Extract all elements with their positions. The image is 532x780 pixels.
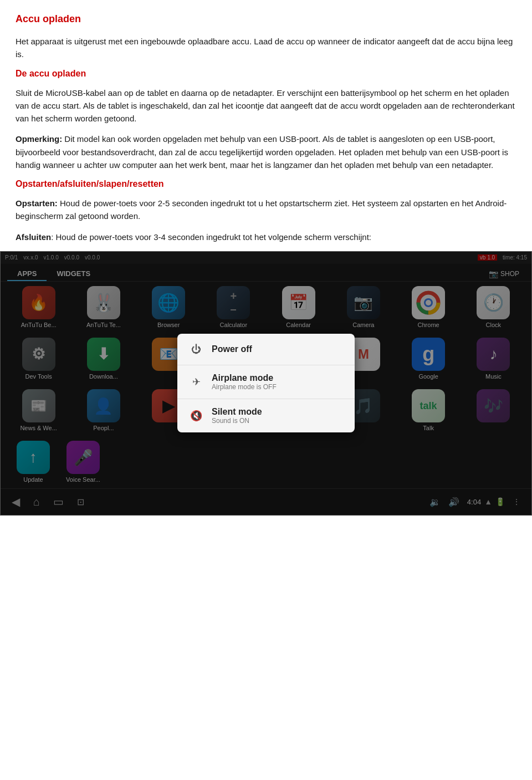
- para2: Sluit de MicroUSB-kabel aan op de tablet…: [16, 86, 516, 125]
- para4-rest: Houd de power-toets voor 2-5 seconden in…: [16, 198, 507, 221]
- page-content: Accu opladen Het apparaat is uitgerust m…: [0, 0, 532, 243]
- para3: Opmerking: Dit model kan ook worden opge…: [16, 132, 516, 171]
- power-popup-overlay: ⏻ Power off ✈ Airplane mode Airplane mod…: [1, 252, 531, 515]
- para3-bold: Opmerking:: [16, 134, 62, 144]
- popup-airplane-title: Airplane mode: [212, 373, 277, 383]
- popup-silent-sub: Sound is ON: [212, 417, 262, 425]
- para4: Opstarten: Houd de power-toets voor 2-5 …: [16, 197, 516, 223]
- para4-bold: Opstarten:: [16, 198, 58, 208]
- power-popup: ⏻ Power off ✈ Airplane mode Airplane mod…: [177, 334, 355, 432]
- popup-airplane-text: Airplane mode Airplane mode is OFF: [212, 373, 277, 391]
- popup-silent-text: Silent mode Sound is ON: [212, 407, 262, 425]
- popup-airplane[interactable]: ✈ Airplane mode Airplane mode is OFF: [177, 365, 355, 399]
- popup-silent[interactable]: 🔇 Silent mode Sound is ON: [177, 399, 355, 432]
- popup-power-off[interactable]: ⏻ Power off: [177, 334, 355, 365]
- para5-rest: : Houd de power-toets voor 3-4 seconden …: [51, 232, 371, 242]
- main-title: Accu opladen: [16, 13, 516, 25]
- popup-silent-title: Silent mode: [212, 407, 262, 417]
- para5: Afsluiten: Houd de power-toets voor 3-4 …: [16, 231, 516, 243]
- popup-power-off-text: Power off: [212, 344, 252, 354]
- power-off-icon: ⏻: [188, 341, 204, 357]
- popup-power-off-title: Power off: [212, 344, 252, 354]
- sub-title: De accu opladen: [16, 69, 516, 79]
- silent-icon: 🔇: [188, 408, 204, 424]
- section3-title: Opstarten/afsluiten/slapen/resetten: [16, 179, 516, 189]
- para3-rest: Dit model kan ook worden opgeladen met b…: [16, 134, 508, 170]
- para5-bold: Afsluiten: [16, 232, 51, 242]
- screenshot-area: P:0/1 vx.x.0 v1.0.0 v0.0.0 v0.0.0 vb 1.0…: [0, 251, 532, 516]
- airplane-icon: ✈: [188, 374, 204, 390]
- para1: Het apparaat is uitgerust met een ingebo…: [16, 35, 516, 61]
- popup-airplane-sub: Airplane mode is OFF: [212, 383, 277, 391]
